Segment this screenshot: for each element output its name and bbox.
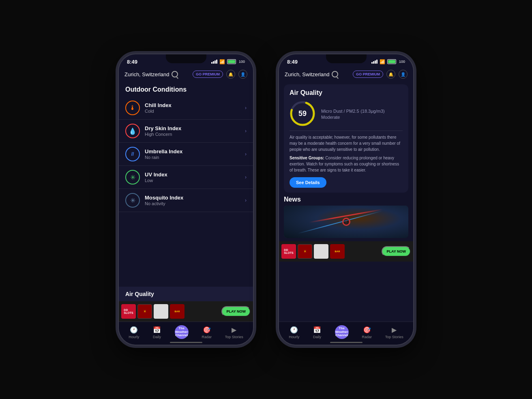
aq-level: Moderate	[321, 115, 403, 120]
uv-chevron: ›	[245, 174, 247, 180]
home-bar-left	[170, 342, 202, 343]
dryskin-index-item[interactable]: 💧 Dry Skin Index High Concern ›	[119, 120, 253, 143]
aq-description: Air quality is acceptable; however, for …	[290, 134, 403, 152]
header-right-right: GO PREMIUM 🔔 👤	[353, 70, 408, 79]
nav-hourly-left[interactable]: 🕐 Hourly	[129, 325, 139, 339]
daily-label-left: Daily	[153, 335, 161, 339]
user-icon-right[interactable]: 👤	[399, 70, 408, 79]
news-title: News	[284, 196, 408, 203]
nav-daily-left[interactable]: 📅 Daily	[152, 325, 161, 339]
play-now-btn-left[interactable]: PLAY NOW	[221, 306, 251, 317]
play-now-btn-right[interactable]: PLAY NOW	[382, 246, 411, 257]
chill-index-item[interactable]: 🌡 Chill Index Cold ›	[119, 97, 253, 120]
news-section: News !	[284, 196, 408, 238]
chill-chevron: ›	[245, 105, 247, 111]
user-icon-left[interactable]: 👤	[238, 70, 247, 79]
home-indicator-right	[279, 341, 413, 345]
signal-bars-left	[211, 60, 217, 64]
chill-value: Cold	[145, 109, 245, 114]
dryskin-value: High Concern	[145, 132, 245, 137]
uv-index-item[interactable]: ✳ UV Index Low ›	[119, 166, 253, 189]
premium-btn-left[interactable]: GO PREMIUM	[193, 71, 223, 78]
left-phone: 8:49 📶 100 Zurich, Switzerland	[118, 54, 254, 345]
ad-slot-r2: ⚔	[298, 244, 312, 259]
aq-gauge: 59	[290, 101, 315, 127]
outdoor-conditions-title: Outdoor Conditions	[119, 81, 253, 97]
nav-topstories-left[interactable]: ▶ Top Stories	[225, 325, 243, 339]
uv-text: UV Index Low	[145, 172, 245, 183]
nav-radar-left[interactable]: 🎯 Radar	[202, 325, 212, 339]
signal-bar-r1	[371, 62, 373, 64]
radar-icon-right: 🎯	[363, 325, 371, 334]
topstories-label-left: Top Stories	[225, 335, 243, 339]
home-bar-right	[330, 342, 363, 343]
umbrella-index-item[interactable]: // Umbrella Index No rain ›	[119, 143, 253, 166]
ad-slot-r3	[314, 244, 328, 259]
location-left: Zurich, Switzerland	[124, 71, 178, 77]
signal-bar-2	[213, 61, 214, 64]
topstories-icon-left: ▶	[230, 325, 238, 334]
aq-score: 59	[298, 109, 307, 118]
signal-bars-right	[371, 60, 378, 64]
aq-sensitive-label: Sensitive Groups:	[290, 156, 324, 160]
app-header-right: Zurich, Switzerland GO PREMIUM 🔔 👤	[279, 67, 413, 81]
ad-content-right: DDSLOTS ⚔ BAR PLAY NOW	[279, 244, 413, 259]
search-icon-left[interactable]	[172, 71, 178, 77]
umbrella-value: No rain	[145, 155, 245, 160]
uv-name: UV Index	[145, 172, 245, 178]
ad-slot-r4: BAR	[330, 244, 345, 259]
signal-bar-r2	[373, 61, 374, 64]
ad-slot-2: ⚔	[137, 304, 152, 319]
bell-icon-right[interactable]: 🔔	[386, 70, 395, 79]
storm-icon: !	[342, 218, 350, 226]
ad-slot-3	[154, 304, 168, 319]
uv-icon: ✳	[125, 170, 140, 184]
search-icon-right[interactable]	[332, 71, 338, 77]
hourly-label-left: Hourly	[129, 335, 139, 339]
news-image[interactable]: !	[284, 206, 408, 238]
see-details-btn[interactable]: See Details	[290, 177, 326, 188]
nav-weather-right[interactable]: TheWeatherChannel	[335, 325, 349, 339]
nav-daily-right[interactable]: 📅 Daily	[313, 325, 322, 339]
chill-text: Chill Index Cold	[145, 102, 245, 114]
aq-divider	[290, 131, 403, 131]
bell-icon-left[interactable]: 🔔	[226, 70, 235, 79]
index-list: 🌡 Chill Index Cold › 💧 Dry Skin Index Hi…	[119, 97, 253, 287]
topstories-icon-right: ▶	[390, 325, 399, 334]
nav-hourly-right[interactable]: 🕐 Hourly	[289, 325, 299, 339]
location-right: Zurich, Switzerland	[285, 71, 338, 77]
weather-icon-right: TheWeatherChannel	[335, 325, 349, 339]
umbrella-chevron: ›	[245, 151, 247, 157]
aq-info: Micro Dust / PM2.5 (18.3μg/m3) Moderate	[321, 108, 403, 120]
mosquito-value: No activity	[145, 201, 245, 206]
ad-banner-right: DDSLOTS ⚔ BAR PLAY NOW	[279, 241, 413, 262]
chill-name: Chill Index	[145, 102, 245, 108]
signal-bar-r4	[376, 60, 378, 64]
umbrella-name: Umbrella Index	[145, 148, 245, 154]
notch-right	[326, 54, 367, 63]
mosquito-icon: ✳	[125, 193, 140, 208]
wifi-icon-left: 📶	[219, 59, 225, 64]
daily-label-right: Daily	[313, 335, 321, 339]
premium-btn-right[interactable]: GO PREMIUM	[353, 71, 383, 78]
nav-weather-left[interactable]: TheWeatherChannel	[175, 325, 189, 339]
signal-bar-r3	[375, 60, 376, 64]
dryskin-chevron: ›	[245, 128, 247, 134]
aq-title: Air Quality	[290, 89, 403, 97]
ad-banner-left: DDSLOTS ⚔ BAR PLAY NOW	[119, 301, 253, 322]
nav-topstories-right[interactable]: ▶ Top Stories	[385, 325, 403, 339]
hourly-icon-left: 🕐	[129, 325, 138, 334]
content-left: Outdoor Conditions 🌡 Chill Index Cold › …	[119, 81, 253, 322]
battery-label-left: 100	[239, 60, 245, 64]
signal-bar-3	[215, 60, 216, 64]
app-header-left: Zurich, Switzerland GO PREMIUM 🔔 👤	[119, 67, 253, 81]
right-content: Air Quality 59 Micro	[279, 81, 413, 322]
notch	[166, 54, 206, 63]
mosquito-index-item[interactable]: ✳ Mosquito Index No activity ›	[119, 189, 253, 212]
nav-radar-right[interactable]: 🎯 Radar	[362, 325, 372, 339]
dryskin-text: Dry Skin Index High Concern	[145, 125, 245, 137]
aq-sensitive: Sensitive Groups: Consider reducing prol…	[290, 155, 403, 173]
aq-section-left: Air Quality	[119, 287, 253, 301]
ad-content-left: DDSLOTS ⚔ BAR PLAY NOW	[119, 304, 253, 319]
bottom-nav-left: 🕐 Hourly 📅 Daily TheWeatherChannel 🎯 Rad…	[119, 322, 253, 341]
